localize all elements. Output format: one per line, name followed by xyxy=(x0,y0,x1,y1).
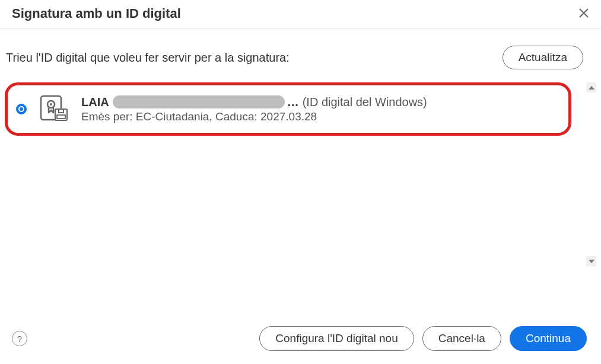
ellipsis: … xyxy=(287,95,299,109)
scroll-up-icon[interactable] xyxy=(586,82,596,92)
certificate-title-line: LAIA … (ID digital del Windows) xyxy=(81,95,557,109)
dialog-footer: ? Configura l'ID digital nou Cancel·la C… xyxy=(0,315,601,364)
redacted-name xyxy=(113,95,285,108)
certificate-option[interactable]: LAIA … (ID digital del Windows) Emès per… xyxy=(5,82,571,136)
svg-point-2 xyxy=(50,103,52,106)
certificate-disk-icon xyxy=(40,95,68,123)
cancel-button[interactable]: Cancel·la xyxy=(422,326,501,351)
radio-dot xyxy=(20,107,23,111)
radio-selected[interactable] xyxy=(16,104,27,114)
dialog-title: Signatura amb un ID digital xyxy=(12,6,181,21)
certificate-name: LAIA xyxy=(81,95,109,109)
certificate-details: Emès per: EC-Ciutadania, Caduca: 2027.03… xyxy=(81,110,557,123)
update-button[interactable]: Actualitza xyxy=(503,46,583,69)
close-icon xyxy=(578,8,589,18)
continue-button[interactable]: Continua xyxy=(510,326,587,351)
certificate-text: LAIA … (ID digital del Windows) Emès per… xyxy=(81,95,557,123)
certificate-list: LAIA … (ID digital del Windows) Emès per… xyxy=(0,76,601,136)
instruction-text: Trieu l'ID digital que voleu fer servir … xyxy=(6,51,290,65)
close-button[interactable] xyxy=(578,7,589,21)
help-button[interactable]: ? xyxy=(12,331,27,346)
certificate-source: (ID digital del Windows) xyxy=(303,95,427,109)
dialog-header: Signatura amb un ID digital xyxy=(0,0,601,29)
instruction-row: Trieu l'ID digital que voleu fer servir … xyxy=(0,29,601,76)
scrollbar[interactable] xyxy=(586,82,596,266)
configure-id-button[interactable]: Configura l'ID digital nou xyxy=(259,326,414,351)
scroll-down-icon[interactable] xyxy=(586,256,596,266)
